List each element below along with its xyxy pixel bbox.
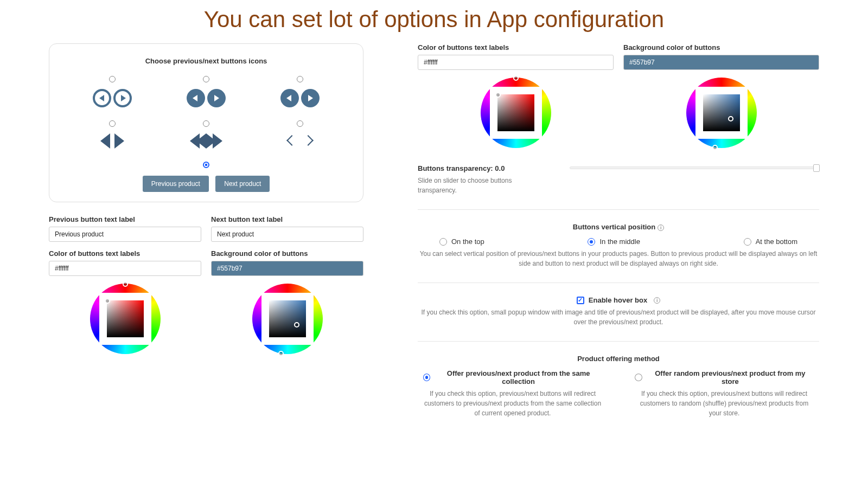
radio-icon[interactable] (297, 120, 303, 127)
transparency-label: Buttons transparency: 0.0 (418, 164, 537, 172)
divider (418, 282, 819, 283)
radio-icon[interactable] (423, 374, 430, 381)
icon-option-2[interactable] (187, 76, 226, 107)
icon-option-6[interactable] (285, 120, 315, 149)
next-label-label: Next button text label (211, 215, 363, 223)
page-title: You can set lot of options in App config… (0, 7, 868, 33)
preview-next-button[interactable]: Next product (215, 176, 270, 192)
bg-color-input-right[interactable] (623, 55, 819, 70)
hover-help: If you check this option, small popup wi… (418, 307, 819, 327)
thin-chevron-right-icon (303, 135, 314, 146)
double-triangle-right-icon (206, 133, 222, 149)
vertical-position-heading: Buttons vertical positioni (418, 223, 819, 231)
hover-label: Enable hover box (589, 296, 647, 304)
radio-icon[interactable] (635, 374, 642, 381)
radio-icon[interactable] (109, 120, 116, 127)
text-color-picker-right[interactable] (481, 78, 551, 148)
arrow-right-icon (113, 89, 132, 107)
text-color-label-left: Color of buttons text labels (49, 249, 201, 258)
vpos-middle-label: In the middle (599, 237, 640, 246)
chevron-right-icon (207, 89, 226, 107)
offering-random-help: If you check this option, previous/next … (635, 389, 814, 418)
icon-option-4[interactable] (100, 120, 124, 149)
icon-selection-card: Choose previous/next buttons icons (49, 43, 363, 202)
prev-label-label: Previous button text label (49, 215, 201, 223)
icon-option-preview-radio[interactable] (203, 162, 209, 168)
divider (418, 209, 819, 210)
thin-chevron-left-icon (286, 135, 297, 146)
chevron-left-icon (187, 89, 205, 107)
offering-option-random[interactable]: Offer random previous/next product from … (635, 369, 814, 386)
text-color-input-left[interactable] (49, 261, 201, 276)
radio-icon[interactable] (439, 238, 447, 246)
icon-card-heading: Choose previous/next buttons icons (66, 57, 347, 65)
radio-icon[interactable] (297, 76, 303, 82)
next-label-input[interactable] (211, 227, 363, 242)
offering-same-help: If you check this option, previous/next … (423, 389, 602, 418)
bg-color-picker-left[interactable] (252, 284, 323, 354)
icon-option-1[interactable] (93, 76, 132, 107)
icon-option-5[interactable] (190, 120, 222, 149)
offering-random-label: Offer random previous/next product from … (647, 369, 814, 386)
transparency-slider[interactable] (570, 166, 819, 169)
bg-color-picker-right[interactable] (686, 78, 757, 148)
vpos-bottom-label: At the bottom (756, 237, 797, 246)
transparency-help: Slide on slider to choose buttons transp… (418, 176, 537, 195)
vpos-option-middle[interactable]: In the middle (588, 237, 640, 246)
text-color-picker-left[interactable] (90, 284, 161, 354)
vpos-top-label: On the top (451, 237, 484, 246)
hover-checkbox[interactable]: ✓ (577, 297, 584, 304)
vertical-position-help: You can select vertical position of prev… (418, 249, 819, 268)
triangle-right-icon (114, 133, 124, 149)
bg-color-label-right: Background color of buttons (623, 43, 819, 52)
slider-thumb-icon[interactable] (813, 164, 820, 172)
bg-color-input-left[interactable] (211, 261, 363, 276)
vpos-option-top[interactable]: On the top (439, 237, 484, 246)
radio-icon[interactable] (203, 120, 209, 127)
offering-heading: Product offering method (418, 355, 819, 363)
offering-option-same[interactable]: Offer previous/next product from the sam… (423, 369, 602, 386)
radio-icon[interactable] (588, 238, 595, 246)
icon-option-3[interactable] (280, 76, 320, 107)
radio-icon[interactable] (744, 238, 751, 246)
text-color-input-right[interactable] (418, 55, 614, 70)
radio-icon[interactable] (109, 76, 116, 82)
info-icon[interactable]: i (658, 224, 664, 231)
prev-label-input[interactable] (49, 227, 201, 242)
triangle-left-icon (100, 133, 110, 149)
chevron-right-icon (301, 89, 320, 107)
bg-color-label-left: Background color of buttons (211, 249, 363, 258)
double-triangle-left-icon (190, 133, 206, 149)
info-icon[interactable]: i (654, 297, 660, 304)
vpos-option-bottom[interactable]: At the bottom (744, 237, 797, 246)
chevron-left-icon (280, 89, 299, 107)
arrow-left-icon (93, 89, 111, 107)
radio-icon[interactable] (203, 76, 209, 82)
divider (418, 341, 819, 342)
preview-prev-button[interactable]: Previous product (143, 176, 209, 192)
text-color-label-right: Color of buttons text labels (418, 43, 614, 52)
offering-same-label: Offer previous/next product from the sam… (435, 369, 602, 386)
